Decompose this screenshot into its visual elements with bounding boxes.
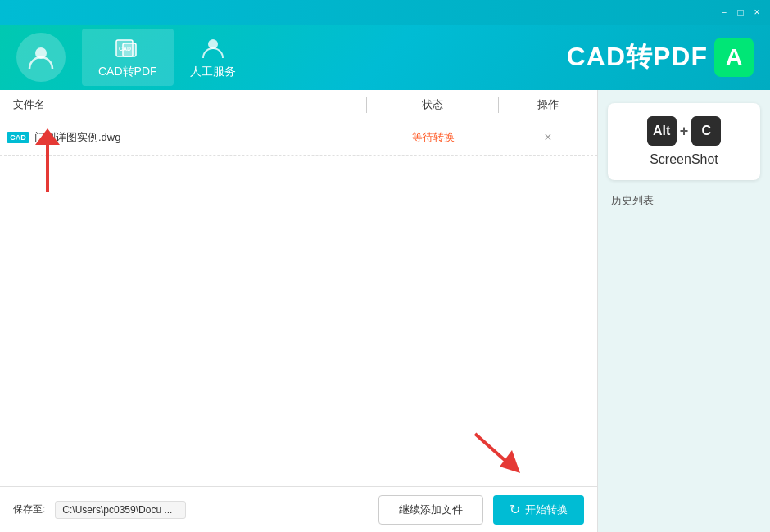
start-convert-button[interactable]: ↻ 开始转换: [493, 495, 584, 525]
file-name: 门刚详图实例.dwg: [34, 130, 120, 145]
title-bar: － □ ×: [0, 0, 770, 25]
brand-icon: A: [714, 38, 754, 77]
shortcut-name: ScreenShot: [650, 152, 718, 167]
convert-label: 开始转换: [525, 503, 568, 517]
alt-key: Alt: [647, 116, 677, 146]
save-path-label: 保存至:: [13, 503, 45, 516]
minimize-button[interactable]: －: [718, 6, 731, 19]
nav-cad2pdf-label: CAD转PDF: [98, 65, 157, 79]
table-header: 文件名 状态 操作: [0, 90, 597, 119]
save-path-value: C:\Users\pc0359\Docu ...: [55, 501, 186, 519]
table-row: CAD 门刚详图实例.dwg 等待转换 ×: [0, 119, 597, 156]
main-container: 文件名 状态 操作 CAD 门刚详图实例.dwg 等待转换 × 保存至: C:\…: [0, 90, 770, 532]
file-name-cell: CAD 门刚详图实例.dwg: [0, 130, 368, 145]
col-action-header: 操作: [499, 97, 597, 112]
svg-text:CAD: CAD: [119, 46, 131, 52]
file-status: 等待转换: [368, 130, 499, 145]
header: CAD CAD转PDF 人工服务 CAD转PDF A: [0, 25, 770, 90]
right-panel: Alt + C ScreenShot 历史列表: [598, 90, 770, 532]
user-avatar[interactable]: [16, 33, 66, 82]
col-status-header: 状态: [367, 97, 498, 112]
refresh-icon: ↻: [510, 502, 520, 517]
plus-sign: +: [680, 123, 689, 140]
nav-human-label: 人工服务: [190, 65, 236, 79]
shortcut-keys: Alt + C: [647, 116, 722, 146]
bottom-bar: 保存至: C:\Users\pc0359\Docu ... 继续添加文件 ↻ 开…: [0, 486, 597, 532]
left-panel: 文件名 状态 操作 CAD 门刚详图实例.dwg 等待转换 × 保存至: C:\…: [0, 90, 598, 532]
brand: CAD转PDF A: [567, 38, 754, 77]
file-list: CAD 门刚详图实例.dwg 等待转换 ×: [0, 119, 597, 486]
history-label: 历史列表: [608, 193, 654, 208]
nav-cad2pdf[interactable]: CAD CAD转PDF: [82, 29, 174, 86]
c-key: C: [691, 116, 721, 146]
brand-text: CAD转PDF: [567, 39, 708, 75]
maximize-button[interactable]: □: [734, 6, 747, 19]
shortcut-box: Alt + C ScreenShot: [608, 103, 760, 180]
nav-human-service[interactable]: 人工服务: [174, 29, 252, 86]
cad2pdf-icon: CAD: [115, 35, 141, 61]
close-button[interactable]: ×: [750, 6, 763, 19]
file-delete-button[interactable]: ×: [499, 130, 597, 145]
file-type-badge: CAD: [7, 132, 29, 143]
person-service-icon: [200, 35, 226, 61]
col-filename-header: 文件名: [0, 97, 366, 112]
add-files-button[interactable]: 继续添加文件: [378, 495, 483, 525]
